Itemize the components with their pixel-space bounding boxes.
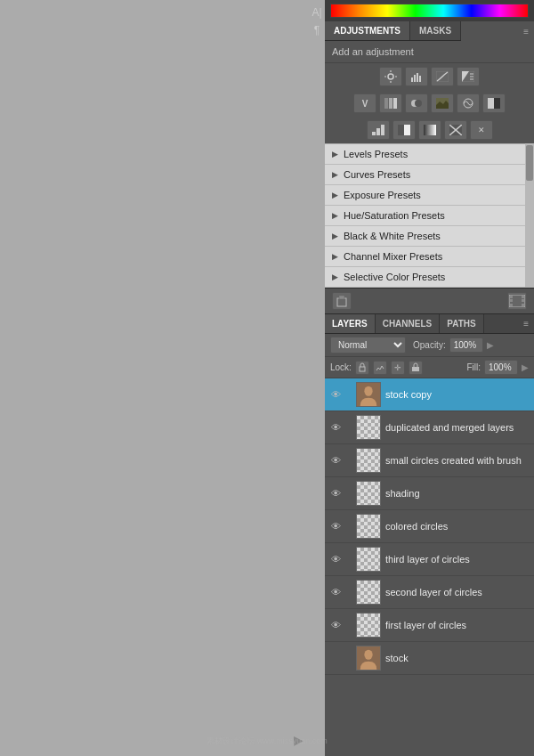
svg-rect-17 — [393, 98, 397, 109]
layer-thumb-first-circles — [356, 613, 381, 638]
channel-mixer-icon[interactable] — [457, 93, 480, 113]
preset-channelmixer[interactable]: ▶ Channel Mixer Presets — [325, 247, 534, 267]
svg-rect-26 — [381, 125, 384, 135]
layer-eye-stock-copy[interactable]: 👁 — [328, 387, 343, 402]
preset-curves-label: Curves Presets — [344, 169, 410, 180]
paste-icon[interactable] — [332, 292, 352, 310]
layer-item-colored-circles[interactable]: 👁 colored circles — [325, 510, 534, 543]
layer-item-third-circles[interactable]: 👁 third layer of circles — [325, 543, 534, 576]
preset-huesat[interactable]: ▶ Hue/Saturation Presets — [325, 206, 534, 226]
brightness-icon[interactable] — [379, 67, 402, 86]
tab-layers[interactable]: LAYERS — [325, 314, 376, 333]
svg-point-46 — [364, 386, 372, 396]
lock-move-btn[interactable]: ✛ — [391, 361, 405, 375]
blend-mode-select[interactable]: Normal — [330, 337, 406, 354]
gradient-map-icon[interactable] — [418, 120, 441, 140]
preset-exposure-label: Exposure Presets — [344, 190, 421, 200]
preset-arrow-channelmixer: ▶ — [332, 252, 338, 261]
preset-bw-label: Black & White Presets — [344, 231, 441, 241]
svg-rect-38 — [510, 304, 513, 306]
layer-thumb-small-circles — [356, 448, 381, 473]
lock-all-btn[interactable] — [409, 361, 423, 375]
hsl-icon[interactable] — [379, 93, 402, 113]
preset-bw[interactable]: ▶ Black & White Presets — [325, 226, 534, 247]
layer-item-first-circles[interactable]: 👁 first layer of circles — [325, 609, 534, 642]
layer-item-dup-merged[interactable]: 👁 duplicated and merged layers — [325, 411, 534, 444]
preset-arrow-curves: ▶ — [332, 170, 338, 179]
preset-huesat-label: Hue/Saturation Presets — [344, 210, 445, 221]
preset-exposure[interactable]: ▶ Exposure Presets — [325, 185, 534, 206]
adj-tabs: ADJUSTMENTS MASKS — [325, 21, 461, 41]
layers-panel-menu[interactable]: ≡ — [518, 314, 534, 333]
presets-scrollbar-thumb[interactable] — [526, 145, 533, 181]
svg-rect-36 — [510, 296, 513, 298]
tab-channels[interactable]: CHANNELS — [376, 314, 441, 333]
layer-name-dup-merged: duplicated and merged layers — [385, 422, 530, 433]
layers-section: LAYERS CHANNELS PATHS ≡ Normal Opacity: … — [325, 314, 534, 756]
opacity-arrow[interactable]: ▶ — [487, 340, 494, 350]
svg-rect-27 — [398, 125, 404, 135]
lock-image-btn[interactable] — [373, 361, 387, 375]
svg-rect-8 — [419, 76, 421, 82]
layer-thumb-shading — [356, 481, 381, 506]
adj-panel-menu[interactable]: ≡ — [518, 22, 534, 41]
opacity-input[interactable] — [449, 337, 483, 353]
invert-icon[interactable] — [482, 93, 506, 113]
layer-eye-shading[interactable]: 👁 — [328, 486, 343, 500]
preset-arrow-bw: ▶ — [332, 232, 338, 240]
tab-adjustments[interactable]: ADJUSTMENTS — [325, 21, 410, 40]
layer-eye-small-circles[interactable]: 👁 — [328, 453, 343, 467]
exposure-icon[interactable] — [457, 67, 480, 86]
photo-filter-icon[interactable] — [431, 93, 454, 113]
svg-rect-39 — [522, 296, 524, 298]
tab-masks[interactable]: MASKS — [410, 21, 461, 40]
layer-item-stock-copy[interactable]: 👁 stock copy — [325, 378, 534, 411]
preset-arrow-levels: ▶ — [332, 150, 338, 159]
lock-transparent-btn[interactable] — [355, 361, 369, 375]
svg-rect-43 — [360, 367, 365, 371]
side-icons: A| ¶ — [310, 5, 324, 37]
layer-eye-first-circles[interactable]: 👁 — [328, 618, 343, 632]
adjustments-section: ADJUSTMENTS MASKS ≡ Add an adjustment V — [325, 21, 534, 143]
levels-icon[interactable] — [405, 67, 428, 86]
right-panel: ADJUSTMENTS MASKS ≡ Add an adjustment V — [325, 0, 534, 756]
fill-arrow[interactable]: ▶ — [522, 362, 529, 372]
svg-rect-41 — [522, 304, 524, 306]
layer-thumb-second-circles — [356, 580, 381, 605]
svg-point-48 — [364, 650, 372, 660]
threshold-icon[interactable] — [392, 120, 416, 140]
layer-name-third-circles: third layer of circles — [385, 554, 530, 565]
extra-icon[interactable]: ✕ — [470, 120, 493, 140]
preset-arrow-selectivecolor: ▶ — [332, 272, 338, 281]
adj-icon-row-1 — [325, 63, 534, 90]
filmstrip-icon[interactable] — [507, 292, 527, 310]
fill-input[interactable] — [484, 360, 518, 375]
svg-rect-42 — [514, 296, 521, 306]
preset-curves[interactable]: ▶ Curves Presets — [325, 165, 534, 185]
layer-eye-dup-merged[interactable]: 👁 — [328, 420, 343, 435]
curves-icon[interactable] — [431, 67, 454, 86]
preset-selectivecolor[interactable]: ▶ Selective Color Presets — [325, 267, 534, 288]
layer-eye-stock[interactable] — [328, 651, 343, 665]
layer-item-small-circles[interactable]: 👁 small circles created with brush — [325, 444, 534, 477]
align-icon[interactable]: A| — [310, 5, 324, 20]
layer-item-shading[interactable]: 👁 shading — [325, 477, 534, 510]
layer-name-second-circles: second layer of circles — [385, 587, 530, 597]
svg-rect-6 — [414, 75, 416, 82]
bottom-icon-strip — [325, 288, 534, 314]
layer-item-stock[interactable]: stock — [325, 642, 534, 675]
layer-eye-third-circles[interactable]: 👁 — [328, 552, 343, 566]
layer-eye-second-circles[interactable]: 👁 — [328, 585, 343, 599]
layer-item-second-circles[interactable]: 👁 second layer of circles — [325, 576, 534, 609]
layer-eye-colored-circles[interactable]: 👁 — [328, 519, 343, 533]
selective-color-icon[interactable] — [444, 120, 467, 140]
tab-paths[interactable]: PATHS — [440, 314, 483, 333]
posterize-icon[interactable] — [367, 120, 390, 140]
adj-tabs-row: ADJUSTMENTS MASKS ≡ — [325, 21, 534, 41]
svg-rect-23 — [494, 98, 500, 109]
adj-icon-row-2: V — [325, 90, 534, 117]
vibrance-icon[interactable]: V — [353, 93, 376, 113]
bw-icon[interactable] — [405, 93, 428, 113]
preset-levels[interactable]: ▶ Levels Presets — [325, 144, 534, 165]
paragraph-icon[interactable]: ¶ — [310, 23, 324, 37]
